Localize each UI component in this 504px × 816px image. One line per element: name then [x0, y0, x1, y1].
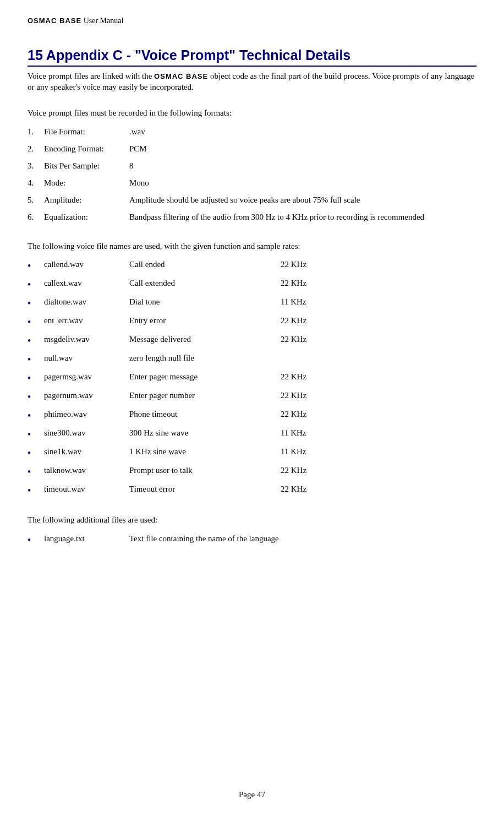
file-name: msgdeliv.wav — [44, 335, 129, 344]
file-function: 300 Hz sine wave — [129, 428, 281, 438]
file-name: callext.wav — [44, 279, 129, 288]
manual-label: User Manual — [81, 17, 123, 25]
format-value: Mono — [129, 178, 476, 188]
file-rate: 22 KHz — [281, 372, 476, 382]
file-row: •phtimeo.wavPhone timeout22 KHz — [28, 406, 476, 425]
file-row: •language.txtText file containing the na… — [28, 530, 476, 549]
file-rate: 22 KHz — [281, 391, 476, 400]
bullet-icon: • — [28, 279, 44, 290]
file-function: Enter pager number — [129, 391, 281, 400]
file-row: •callext.wavCall extended22 KHz — [28, 275, 476, 293]
file-row: •pagernum.wavEnter pager number22 KHz — [28, 387, 476, 406]
file-row: •callend.wavCall ended22 KHz — [28, 256, 476, 275]
format-number: 5. — [28, 195, 44, 205]
format-label: Encoding Format: — [44, 144, 129, 154]
bullet-icon: • — [28, 534, 44, 545]
format-number: 6. — [28, 213, 44, 222]
format-label: Mode: — [44, 178, 129, 188]
bullet-icon: • — [28, 260, 44, 271]
format-row: 1.File Format:.wav — [28, 123, 476, 140]
file-row: •timeout.wavTimeout error22 KHz — [28, 481, 476, 499]
bullet-icon: • — [28, 410, 44, 421]
file-function: Dial tone — [129, 297, 281, 307]
format-row: 6.Equalization:Bandpass filtering of the… — [28, 209, 476, 226]
bullet-icon: • — [28, 335, 44, 346]
file-function: zero length null file — [129, 353, 281, 363]
file-name: phtimeo.wav — [44, 410, 129, 419]
formats-intro: Voice prompt files must be recorded in t… — [28, 108, 476, 119]
file-rate: 11 KHz — [281, 447, 476, 456]
format-row: 4.Mode:Mono — [28, 175, 476, 192]
file-row: •sine1k.wav1 KHz sine wave11 KHz — [28, 443, 476, 462]
file-row: •pagermsg.wavEnter pager message22 KHz — [28, 368, 476, 387]
format-number: 1. — [28, 127, 44, 137]
format-label: Amplitude: — [44, 195, 129, 205]
file-name: sine300.wav — [44, 428, 129, 438]
file-name: sine1k.wav — [44, 447, 129, 456]
format-value: PCM — [129, 144, 476, 154]
file-name: dialtone.wav — [44, 297, 129, 307]
format-value: Amplitude should be adjusted so voice pe… — [129, 195, 476, 205]
bullet-icon: • — [28, 447, 44, 458]
intro-text-1: Voice prompt files are linked with the — [28, 72, 154, 80]
file-rate: 22 KHz — [281, 466, 476, 475]
file-rate: 22 KHz — [281, 316, 476, 325]
bullet-icon: • — [28, 297, 44, 308]
format-number: 4. — [28, 178, 44, 188]
file-function: Text file containing the name of the lan… — [129, 534, 281, 543]
file-function: Prompt user to talk — [129, 466, 281, 475]
file-function: Call extended — [129, 279, 281, 288]
bullet-icon: • — [28, 391, 44, 402]
format-row: 5.Amplitude:Amplitude should be adjusted… — [28, 192, 476, 209]
format-row: 2.Encoding Format:PCM — [28, 140, 476, 157]
format-value: Bandpass filtering of the audio from 300… — [129, 213, 476, 222]
bullet-icon: • — [28, 466, 44, 477]
format-number: 3. — [28, 161, 44, 171]
file-function: 1 KHz sine wave — [129, 447, 281, 456]
file-row: •msgdeliv.wavMessage delivered22 KHz — [28, 331, 476, 350]
file-function: Entry error — [129, 316, 281, 325]
format-label: Equalization: — [44, 213, 129, 222]
file-function: Timeout error — [129, 485, 281, 494]
title-rule — [28, 66, 476, 67]
file-row: •sine300.wav300 Hz sine wave11 KHz — [28, 425, 476, 443]
file-function: Call ended — [129, 260, 281, 269]
file-rate: 22 KHz — [281, 279, 476, 288]
page-header: OSMAC BASE User Manual — [28, 17, 476, 25]
bullet-icon: • — [28, 316, 44, 327]
format-row: 3.Bits Per Sample:8 — [28, 157, 476, 175]
file-row: •dialtone.wavDial tone11 KHz — [28, 293, 476, 312]
bullet-icon: • — [28, 428, 44, 439]
bullet-icon: • — [28, 353, 44, 365]
intro-paragraph: Voice prompt files are linked with the O… — [28, 71, 476, 93]
bullet-icon: • — [28, 485, 44, 496]
brand-name: OSMAC BASE — [28, 17, 81, 25]
file-name: pagermsg.wav — [44, 372, 129, 382]
file-rate: 22 KHz — [281, 335, 476, 344]
file-name: talknow.wav — [44, 466, 129, 475]
file-function: Phone timeout — [129, 410, 281, 419]
files-list: •callend.wavCall ended22 KHz•callext.wav… — [28, 256, 476, 499]
file-rate: 22 KHz — [281, 410, 476, 419]
file-function: Message delivered — [129, 335, 281, 344]
format-label: File Format: — [44, 127, 129, 137]
file-name: pagernum.wav — [44, 391, 129, 400]
file-name: null.wav — [44, 353, 129, 363]
file-rate: 22 KHz — [281, 260, 476, 269]
file-row: •ent_err.wavEntry error22 KHz — [28, 312, 476, 331]
file-name: language.txt — [44, 534, 129, 543]
bullet-icon: • — [28, 372, 44, 383]
intro-brand: OSMAC BASE — [154, 72, 208, 80]
file-name: callend.wav — [44, 260, 129, 269]
format-value: .wav — [129, 127, 476, 137]
format-label: Bits Per Sample: — [44, 161, 129, 171]
format-value: 8 — [129, 161, 476, 171]
formats-list: 1.File Format:.wav2.Encoding Format:PCM3… — [28, 123, 476, 226]
file-rate: 11 KHz — [281, 297, 476, 307]
additional-list: •language.txtText file containing the na… — [28, 530, 476, 549]
page: OSMAC BASE User Manual 15 Appendix C - "… — [0, 0, 504, 816]
format-number: 2. — [28, 144, 44, 154]
file-name: timeout.wav — [44, 485, 129, 494]
file-function: Enter pager message — [129, 372, 281, 382]
file-row: •null.wavzero length null file — [28, 350, 476, 368]
